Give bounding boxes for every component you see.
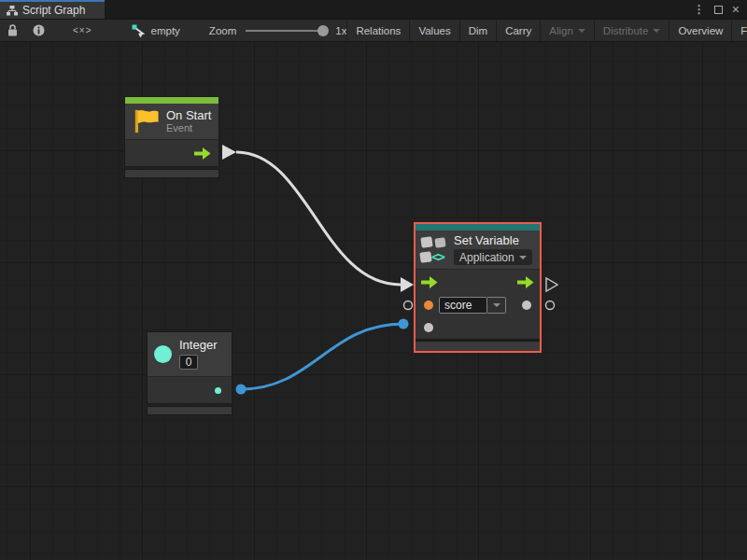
zoom-label: Zoom bbox=[209, 25, 236, 36]
variable-name-dropdown-button[interactable] bbox=[487, 297, 506, 314]
button-label: Values bbox=[418, 25, 450, 36]
values-button[interactable]: Values bbox=[410, 20, 458, 41]
info-icon bbox=[33, 24, 45, 36]
variable-name-value: score bbox=[444, 299, 472, 312]
chevron-down-icon bbox=[578, 29, 585, 33]
graph-toolbar: <×> empty Zoom 1x Relations Values Dim bbox=[0, 19, 747, 42]
node-header[interactable]: <> Set Variable Application bbox=[416, 231, 540, 269]
chevron-down-icon bbox=[653, 29, 660, 33]
node-footer bbox=[147, 406, 233, 415]
integer-output-port[interactable] bbox=[215, 387, 221, 394]
connection-wire-flow[interactable] bbox=[236, 152, 401, 285]
lock-icon bbox=[7, 24, 18, 36]
node-header[interactable]: On Start Event bbox=[125, 104, 218, 139]
variable-color-strip bbox=[416, 224, 540, 231]
chevron-down-icon bbox=[519, 256, 527, 259]
code-view-icon: <×> bbox=[73, 25, 92, 35]
graph-hierarchy-icon bbox=[7, 6, 18, 16]
button-label: Distribute bbox=[603, 25, 649, 36]
tab-script-graph[interactable]: Script Graph bbox=[0, 0, 105, 19]
value-input-port[interactable] bbox=[424, 323, 433, 332]
button-label: Relations bbox=[356, 25, 401, 36]
chevron-down-icon bbox=[493, 303, 500, 307]
graph-canvas[interactable]: On Start Event <> Set Varia bbox=[0, 42, 747, 560]
wire-arrowhead-icon bbox=[401, 277, 414, 292]
zoom-slider[interactable] bbox=[246, 30, 324, 32]
window-titlebar: Script Graph ⋮ × bbox=[0, 0, 747, 19]
node-integer[interactable]: Integer 0 bbox=[147, 331, 233, 415]
integer-value-field[interactable]: 0 bbox=[179, 355, 198, 370]
button-label: Carry bbox=[505, 25, 531, 36]
flow-output-port[interactable] bbox=[194, 147, 211, 160]
lock-button[interactable] bbox=[0, 20, 25, 41]
connections-layer bbox=[0, 42, 747, 560]
wire-endpoint-dot bbox=[399, 319, 409, 329]
code-view-button[interactable]: <×> bbox=[52, 20, 113, 41]
integer-type-icon bbox=[154, 345, 172, 363]
event-color-strip bbox=[125, 97, 218, 104]
flow-output-hint-triangle[interactable] bbox=[546, 278, 557, 291]
node-set-variable[interactable]: <> Set Variable Application bbox=[414, 222, 542, 353]
value-output-port[interactable] bbox=[522, 301, 531, 310]
node-footer bbox=[416, 342, 540, 351]
info-button[interactable] bbox=[25, 20, 52, 41]
relations-button[interactable]: Relations bbox=[347, 20, 409, 41]
distribute-button[interactable]: Distribute bbox=[595, 20, 669, 41]
variable-scope-dropdown[interactable]: Application bbox=[454, 249, 532, 265]
flow-input-port[interactable] bbox=[421, 276, 438, 288]
scope-label: Application bbox=[459, 251, 514, 264]
graph-pointer-icon bbox=[132, 24, 146, 37]
connection-wire-value[interactable] bbox=[241, 324, 403, 389]
node-ports: score bbox=[416, 270, 540, 339]
graph-breadcrumb[interactable]: empty bbox=[113, 20, 189, 41]
window-close-icon[interactable]: × bbox=[732, 3, 740, 16]
button-label: Dim bbox=[469, 25, 487, 36]
align-button[interactable]: Align bbox=[541, 20, 594, 41]
zoom-control: Zoom 1x bbox=[209, 20, 347, 41]
zoom-slider-handle[interactable] bbox=[317, 25, 329, 36]
node-ports bbox=[125, 140, 218, 166]
wire-source-triangle bbox=[222, 145, 236, 160]
value-output-hint-circle[interactable] bbox=[546, 301, 555, 310]
node-title: Set Variable bbox=[454, 234, 532, 248]
button-label: Overview bbox=[678, 25, 723, 36]
node-title: Integer bbox=[179, 339, 217, 353]
window-maximize-icon[interactable] bbox=[714, 6, 723, 14]
button-label: Full Screen bbox=[740, 25, 747, 36]
fullscreen-button[interactable]: Full Screen bbox=[732, 20, 747, 41]
value-input-hint-circle[interactable] bbox=[404, 301, 413, 310]
toolbar-button-group: Relations Values Dim Carry Align Distrib… bbox=[346, 20, 747, 41]
variable-name-port[interactable] bbox=[424, 301, 433, 310]
node-ports bbox=[148, 377, 232, 403]
carry-button[interactable]: Carry bbox=[497, 20, 540, 41]
node-header[interactable]: Integer 0 bbox=[148, 332, 232, 376]
tab-label: Script Graph bbox=[22, 4, 85, 17]
node-subtitle: Event bbox=[166, 122, 211, 133]
flag-icon bbox=[132, 108, 160, 134]
set-variable-icon: <> bbox=[420, 235, 448, 265]
dim-button[interactable]: Dim bbox=[460, 20, 496, 41]
node-on-start[interactable]: On Start Event bbox=[124, 96, 219, 178]
wire-endpoint-dot bbox=[236, 385, 247, 395]
button-label: Align bbox=[549, 25, 573, 36]
window-menu-icon[interactable]: ⋮ bbox=[694, 4, 705, 15]
node-title: On Start bbox=[166, 109, 211, 123]
overview-button[interactable]: Overview bbox=[669, 20, 731, 41]
node-footer bbox=[124, 169, 219, 178]
zoom-value: 1x bbox=[335, 25, 346, 36]
flow-output-port[interactable] bbox=[517, 276, 534, 288]
variable-name-field[interactable]: score bbox=[439, 297, 487, 314]
graph-status-label: empty bbox=[151, 25, 180, 36]
